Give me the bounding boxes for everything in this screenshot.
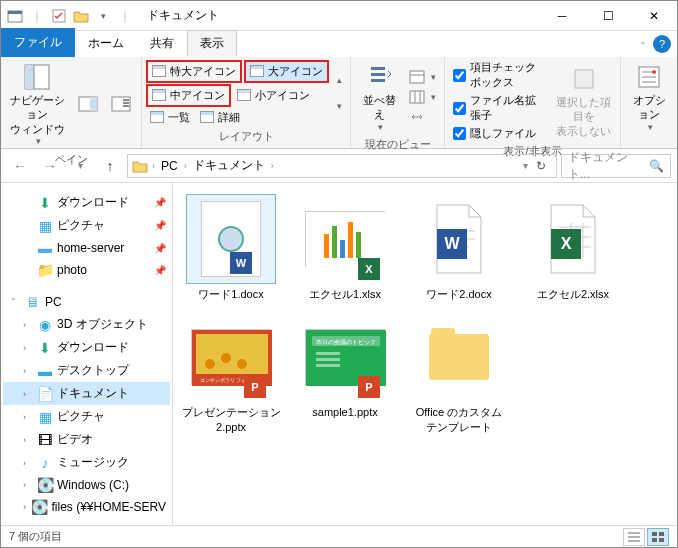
tree-item-music[interactable]: ›♪ミュージック: [3, 451, 170, 474]
word-icon: W: [437, 229, 467, 259]
file-list[interactable]: W ワード1.docx X エクセル1.xlsx W ワード: [173, 183, 677, 525]
maximize-button[interactable]: ☐: [585, 1, 631, 31]
options-label: オプション: [629, 93, 669, 122]
close-button[interactable]: ✕: [631, 1, 677, 31]
folder-small-icon[interactable]: [73, 8, 89, 24]
options-button[interactable]: オプション ▾: [625, 59, 673, 135]
breadcrumb-pc[interactable]: PC: [159, 159, 180, 173]
help-icon[interactable]: ?: [653, 35, 671, 53]
tree-item-pictures[interactable]: ▦ピクチャ📌: [3, 214, 170, 237]
layout-list-button[interactable]: 一覧: [146, 108, 194, 127]
search-input[interactable]: ドキュメント... 🔍: [561, 154, 671, 178]
tab-share[interactable]: 共有: [137, 30, 187, 57]
hide-selected-button[interactable]: 選択した項目を 表示しない: [552, 61, 616, 140]
documents-icon: 📄: [37, 386, 53, 402]
file-item[interactable]: X エクセル1.xlsx: [295, 195, 395, 301]
search-icon: 🔍: [649, 159, 664, 173]
nav-up-button[interactable]: ↑: [97, 153, 123, 179]
chevron-right-icon[interactable]: ›: [23, 412, 33, 422]
nav-history-icon[interactable]: ▾: [67, 153, 93, 179]
file-extensions-toggle[interactable]: ファイル名拡張子: [449, 92, 550, 124]
small-icon: [237, 89, 251, 101]
chevron-up-icon[interactable]: ▴: [337, 75, 342, 85]
tree-item-cdrive[interactable]: ›💽Windows (C:): [3, 474, 170, 496]
chevron-right-icon[interactable]: ›: [23, 366, 33, 376]
checkbox-icon[interactable]: [453, 69, 466, 82]
address-dropdown-icon[interactable]: ▾: [523, 160, 528, 171]
file-item[interactable]: Office のカスタム テンプレート: [409, 313, 509, 434]
minimize-button[interactable]: ─: [539, 1, 585, 31]
file-item[interactable]: コンテンポラリ フォト アル P プレゼンテーション2.pptx: [181, 313, 281, 434]
fit-columns-button[interactable]: [405, 108, 440, 126]
svg-rect-13: [371, 73, 385, 76]
chevron-right-icon[interactable]: ›: [23, 343, 33, 353]
chevron-right-icon[interactable]: ›: [23, 435, 33, 445]
file-item[interactable]: W ワード1.docx: [181, 195, 281, 301]
layout-large-button[interactable]: 大アイコン: [244, 60, 329, 83]
checkbox-icon[interactable]: [453, 127, 466, 140]
address-bar: ← → ▾ ↑ › PC › ドキュメント › ▾ ↻ ドキュメント... 🔍: [1, 149, 677, 183]
network-icon: ▬: [37, 240, 53, 256]
refresh-icon[interactable]: ↻: [530, 159, 552, 173]
checkbox-icon[interactable]: [453, 102, 466, 115]
svg-rect-20: [575, 70, 593, 88]
file-item[interactable]: 本日の会議のトピック P sample1.pptx: [295, 313, 395, 434]
cube-icon: ◉: [37, 317, 53, 333]
tab-view[interactable]: 表示: [187, 30, 237, 57]
qat-dropdown-icon[interactable]: ▾: [95, 8, 111, 24]
svg-rect-14: [371, 79, 385, 82]
layout-xlarge-button[interactable]: 特大アイコン: [146, 60, 242, 83]
layout-small-button[interactable]: 小アイコン: [233, 84, 314, 107]
svg-text:本日の会議のトピック: 本日の会議のトピック: [316, 338, 376, 345]
pictures-icon: ▦: [37, 409, 53, 425]
chevron-right-icon[interactable]: ›: [23, 480, 33, 490]
preview-pane-button[interactable]: [72, 86, 104, 122]
chevron-right-icon[interactable]: ›: [182, 161, 189, 171]
file-label: プレゼンテーション2.pptx: [181, 405, 281, 434]
tree-item-photo[interactable]: 📁photo📌: [3, 259, 170, 281]
breadcrumb-documents[interactable]: ドキュメント: [191, 157, 267, 174]
nav-forward-button[interactable]: →: [37, 153, 63, 179]
view-details-toggle[interactable]: [623, 528, 645, 546]
nav-back-button[interactable]: ←: [7, 153, 33, 179]
add-columns-button[interactable]: ▾: [405, 88, 440, 106]
chevron-right-icon[interactable]: ›: [23, 389, 33, 399]
navigation-tree[interactable]: ⬇ダウンロード📌 ▦ピクチャ📌 ▬home-server📌 📁photo📌 ˅🖥…: [1, 183, 173, 525]
medium-icon: [152, 89, 166, 101]
hidden-files-toggle[interactable]: 隠しファイル: [449, 125, 550, 142]
ribbon-tabs: ファイル ホーム 共有 表示 ˆ ?: [1, 31, 677, 57]
word-icon: W: [230, 252, 252, 274]
chevron-right-icon[interactable]: ›: [150, 161, 157, 171]
tree-item-downloads2[interactable]: ›⬇ダウンロード: [3, 336, 170, 359]
tree-item-pictures2[interactable]: ›▦ピクチャ: [3, 405, 170, 428]
layout-medium-button[interactable]: 中アイコン: [146, 84, 231, 107]
chevron-down-icon[interactable]: ˅: [11, 297, 21, 307]
chevron-right-icon[interactable]: ›: [23, 320, 33, 330]
chevron-right-icon[interactable]: ›: [269, 161, 276, 171]
sort-button[interactable]: 並べ替え ▾: [355, 59, 403, 135]
tree-item-files[interactable]: ›💽files (¥¥HOME-SERV: [3, 496, 170, 518]
group-by-button[interactable]: ▾: [405, 68, 440, 86]
details-pane-button[interactable]: [105, 86, 137, 122]
chevron-right-icon[interactable]: ›: [23, 458, 33, 468]
tab-file[interactable]: ファイル: [1, 28, 75, 57]
ribbon-collapse-icon[interactable]: ˆ: [633, 37, 653, 57]
tab-home[interactable]: ホーム: [75, 30, 137, 57]
tree-item-home-server[interactable]: ▬home-server📌: [3, 237, 170, 259]
tree-item-documents[interactable]: ›📄ドキュメント: [3, 382, 170, 405]
tree-item-pc[interactable]: ˅🖥PC: [3, 291, 170, 313]
file-item[interactable]: W ワード2.docx: [409, 195, 509, 301]
layout-details-button[interactable]: 詳細: [196, 108, 244, 127]
tree-item-3d-objects[interactable]: ›◉3D オブジェクト: [3, 313, 170, 336]
navigation-pane-button[interactable]: ナビゲーション ウィンドウ ▾: [5, 59, 70, 150]
file-item[interactable]: X エクセル2.xlsx: [523, 195, 623, 301]
chevron-right-icon[interactable]: ›: [23, 502, 28, 512]
view-icons-toggle[interactable]: [647, 528, 669, 546]
chevron-down-icon[interactable]: ▾: [337, 101, 342, 111]
tree-item-desktop[interactable]: ›▬デスクトップ: [3, 359, 170, 382]
address-field[interactable]: › PC › ドキュメント › ▾ ↻: [127, 154, 557, 178]
tree-item-downloads[interactable]: ⬇ダウンロード📌: [3, 191, 170, 214]
checkbox-icon[interactable]: [51, 8, 67, 24]
tree-item-video[interactable]: ›🎞ビデオ: [3, 428, 170, 451]
item-checkboxes-toggle[interactable]: 項目チェック ボックス: [449, 59, 550, 91]
